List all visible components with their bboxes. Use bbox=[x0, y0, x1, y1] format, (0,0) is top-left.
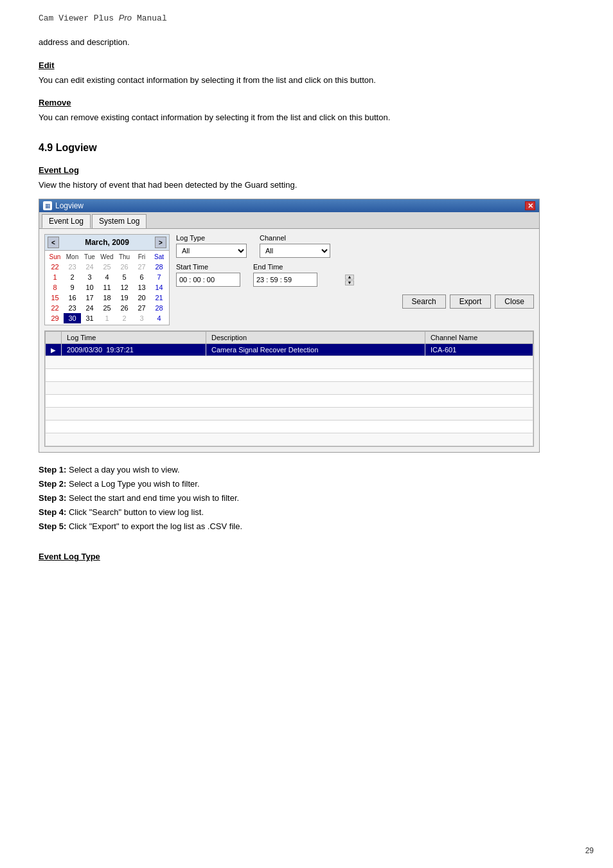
cal-cell[interactable]: 3 bbox=[133, 313, 150, 323]
log-type-select[interactable]: All bbox=[176, 244, 247, 258]
calendar-week-3: 15 16 17 18 19 20 21 bbox=[46, 293, 168, 303]
day-sat: Sat bbox=[150, 253, 168, 260]
search-button[interactable]: Search bbox=[402, 294, 446, 309]
calendar-week-0: 22 23 24 25 26 27 28 bbox=[46, 262, 168, 272]
cal-cell[interactable]: 10 bbox=[81, 282, 98, 293]
log-type-label: Log Type bbox=[176, 234, 247, 242]
tab-event-log[interactable]: Event Log bbox=[42, 214, 91, 228]
export-button[interactable]: Export bbox=[450, 294, 492, 309]
cal-cell[interactable]: 17 bbox=[81, 293, 98, 303]
filter-panel: Log Type All Channel All bbox=[176, 234, 534, 325]
tab-row: Event Log System Log bbox=[39, 212, 539, 229]
row-arrow: ▶ bbox=[46, 344, 62, 356]
calendar-prev-button[interactable]: < bbox=[48, 237, 59, 248]
channel-select[interactable]: All bbox=[260, 244, 330, 258]
cal-cell[interactable]: 12 bbox=[116, 282, 133, 293]
cal-cell[interactable]: 7 bbox=[150, 272, 168, 282]
titlebar-left: ▦ Logview bbox=[43, 201, 84, 210]
log-time-cell: 2009/03/30 19:37:21 bbox=[62, 344, 206, 356]
cal-cell[interactable]: 14 bbox=[150, 282, 168, 293]
calendar-next-button[interactable]: > bbox=[155, 237, 166, 248]
end-time-down[interactable]: ▼ bbox=[345, 280, 354, 285]
cal-cell[interactable]: 1 bbox=[98, 313, 116, 323]
day-fri: Fri bbox=[133, 253, 150, 260]
log-table-wrapper: Log Time Description Channel Name ▶ 2009… bbox=[44, 330, 534, 447]
cal-cell[interactable]: 19 bbox=[116, 293, 133, 303]
description-cell: Camera Signal Recover Detection bbox=[206, 344, 425, 356]
cal-cell[interactable]: 24 bbox=[81, 262, 98, 272]
cal-cell[interactable]: 31 bbox=[81, 313, 98, 323]
cal-cell[interactable]: 23 bbox=[64, 262, 81, 272]
action-buttons: Search Export Close bbox=[176, 294, 534, 309]
event-log-desc: View the history of event that had been … bbox=[39, 179, 574, 192]
log-table-body: ▶ 2009/03/30 19:37:21 Camera Signal Reco… bbox=[46, 344, 533, 446]
edit-heading: Edit bbox=[39, 60, 574, 70]
app-name-pro: Pro bbox=[119, 13, 132, 23]
calendar-week-4: 22 23 24 25 26 27 28 bbox=[46, 303, 168, 313]
close-button[interactable]: Close bbox=[495, 294, 534, 309]
logview-body: < March, 2009 > Sun Mon Tue Wed Thu Fri … bbox=[39, 229, 539, 452]
calendar-week-5: 29 30 31 1 2 3 4 bbox=[46, 313, 168, 323]
calendar: < March, 2009 > Sun Mon Tue Wed Thu Fri … bbox=[44, 234, 170, 325]
window-close-button[interactable]: ✕ bbox=[525, 201, 535, 210]
cal-cell[interactable]: 22 bbox=[46, 262, 64, 272]
cal-cell[interactable]: 4 bbox=[150, 313, 168, 323]
cal-cell[interactable]: 11 bbox=[98, 282, 116, 293]
page-number: 29 bbox=[585, 846, 594, 855]
cal-cell[interactable]: 8 bbox=[46, 282, 64, 293]
col-arrow bbox=[46, 332, 62, 344]
calendar-day-headers: Sun Mon Tue Wed Thu Fri Sat bbox=[46, 252, 168, 262]
end-time-spinner: ▲ ▼ bbox=[345, 275, 354, 285]
end-time-up[interactable]: ▲ bbox=[345, 275, 354, 280]
cal-cell[interactable]: 9 bbox=[64, 282, 81, 293]
cal-cell[interactable]: 24 bbox=[81, 303, 98, 313]
table-row-empty-2 bbox=[46, 369, 533, 382]
cal-cell[interactable]: 6 bbox=[133, 272, 150, 282]
intro-text: address and description. bbox=[39, 36, 574, 49]
window-title: Logview bbox=[55, 201, 84, 210]
cal-cell[interactable]: 25 bbox=[98, 303, 116, 313]
cal-cell-selected[interactable]: 30 bbox=[64, 313, 81, 323]
cal-cell[interactable]: 25 bbox=[98, 262, 116, 272]
step-3: Step 3: Select the start and end time yo… bbox=[39, 491, 574, 505]
cal-cell[interactable]: 1 bbox=[46, 272, 64, 282]
end-time-input[interactable] bbox=[256, 276, 345, 284]
calendar-month-year: March, 2009 bbox=[85, 238, 129, 247]
table-header-row: Log Time Description Channel Name bbox=[46, 332, 533, 344]
cal-cell[interactable]: 5 bbox=[116, 272, 133, 282]
calendar-grid: Sun Mon Tue Wed Thu Fri Sat 22 23 24 25 bbox=[45, 251, 169, 325]
step-5: Step 5: Click "Export" to export the log… bbox=[39, 520, 574, 534]
tab-system-log[interactable]: System Log bbox=[92, 214, 147, 228]
cal-cell[interactable]: 22 bbox=[46, 303, 64, 313]
cal-cell[interactable]: 16 bbox=[64, 293, 81, 303]
table-row-empty-7 bbox=[46, 433, 533, 446]
cal-cell[interactable]: 23 bbox=[64, 303, 81, 313]
edit-text: You can edit existing contact informatio… bbox=[39, 74, 574, 87]
cal-cell[interactable]: 29 bbox=[46, 313, 64, 323]
col-log-time: Log Time bbox=[62, 332, 206, 344]
cal-cell[interactable]: 28 bbox=[150, 303, 168, 313]
cal-cell[interactable]: 26 bbox=[116, 262, 133, 272]
day-tue: Tue bbox=[81, 253, 98, 260]
cal-cell[interactable]: 27 bbox=[133, 303, 150, 313]
channel-name-cell: ICA-601 bbox=[425, 344, 533, 356]
app-name-rest: Manual bbox=[137, 14, 167, 23]
step-1: Step 1: Select a day you wish to view. bbox=[39, 463, 574, 477]
step-2: Step 2: Select a Log Type you wish to fi… bbox=[39, 477, 574, 491]
cal-cell[interactable]: 18 bbox=[98, 293, 116, 303]
cal-cell[interactable]: 27 bbox=[133, 262, 150, 272]
cal-cell[interactable]: 21 bbox=[150, 293, 168, 303]
remove-text: You can remove existing contact informat… bbox=[39, 111, 574, 124]
cal-cell[interactable]: 4 bbox=[98, 272, 116, 282]
table-row[interactable]: ▶ 2009/03/30 19:37:21 Camera Signal Reco… bbox=[46, 344, 533, 356]
cal-cell[interactable]: 15 bbox=[46, 293, 64, 303]
cal-cell[interactable]: 20 bbox=[133, 293, 150, 303]
cal-cell[interactable]: 3 bbox=[81, 272, 98, 282]
cal-cell[interactable]: 2 bbox=[116, 313, 133, 323]
cal-cell[interactable]: 28 bbox=[150, 262, 168, 272]
cal-cell[interactable]: 26 bbox=[116, 303, 133, 313]
window-icon-symbol: ▦ bbox=[45, 203, 51, 209]
cal-cell[interactable]: 13 bbox=[133, 282, 150, 293]
col-description: Description bbox=[206, 332, 425, 344]
cal-cell[interactable]: 2 bbox=[64, 272, 81, 282]
